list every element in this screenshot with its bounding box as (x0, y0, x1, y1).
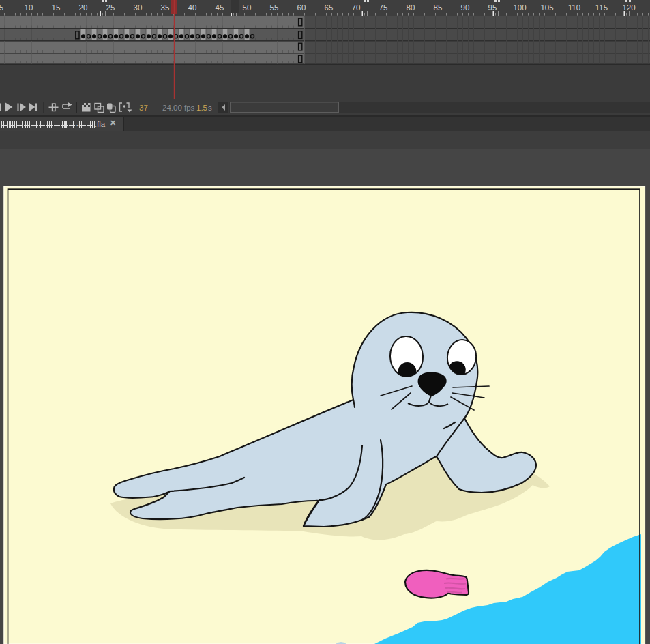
svg-text:85: 85 (434, 3, 443, 12)
svg-text:30: 30 (134, 3, 143, 12)
svg-text:105: 105 (540, 3, 553, 12)
svg-text:10: 10 (25, 3, 33, 12)
svg-text:1.5: 1.5 (196, 104, 207, 112)
svg-text:s: s (208, 104, 212, 112)
svg-text:24.00 fps: 24.00 fps (162, 104, 195, 112)
svg-text:90: 90 (461, 3, 470, 12)
svg-text:50: 50 (243, 3, 252, 12)
svg-text:75: 75 (379, 3, 388, 12)
svg-text:55: 55 (270, 3, 279, 12)
svg-text:60: 60 (297, 3, 306, 12)
svg-text:37: 37 (139, 104, 148, 112)
svg-text:45: 45 (216, 3, 224, 12)
svg-text:35: 35 (161, 3, 170, 12)
svg-text:100: 100 (513, 3, 526, 12)
svg-text:80: 80 (407, 3, 415, 12)
svg-text:110: 110 (568, 3, 580, 12)
svg-text:95: 95 (488, 3, 497, 12)
svg-text:70: 70 (352, 3, 361, 12)
svg-text:40: 40 (188, 3, 197, 12)
svg-text:120: 120 (622, 3, 635, 12)
svg-text:65: 65 (325, 3, 334, 12)
svg-text:20: 20 (79, 3, 88, 12)
svg-text:115: 115 (595, 3, 608, 12)
svg-text:5: 5 (0, 3, 3, 12)
svg-text:15: 15 (52, 3, 61, 12)
svg-text:25: 25 (106, 3, 115, 12)
